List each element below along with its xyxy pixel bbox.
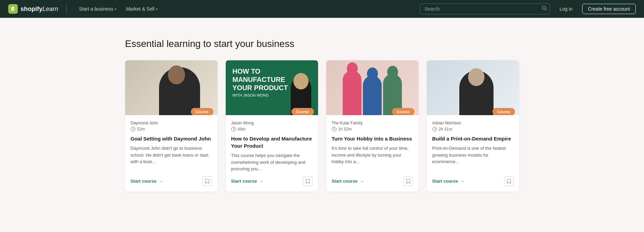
card-body-1: Daymond John 52m Goal Setting with Daymo… bbox=[125, 115, 218, 192]
clock-icon-4 bbox=[432, 127, 437, 132]
bookmark-button-2[interactable] bbox=[303, 176, 313, 186]
card-author-2: Jason Wong bbox=[231, 121, 313, 125]
card-image-2: HOW TOMANUFACTUREYOUR PRODUCT WITH JASON… bbox=[226, 60, 318, 115]
nav-market-sell-label: Market & Sell bbox=[126, 6, 154, 12]
course-card-4: Course Adrian Morrison 2h 41m Build a Pr… bbox=[427, 60, 519, 192]
arrow-right-icon-1: → bbox=[158, 179, 163, 184]
search-wrap bbox=[420, 3, 550, 14]
card-image-1: Course bbox=[125, 60, 218, 115]
start-course-label-1: Start course bbox=[131, 179, 157, 184]
bookmark-button-3[interactable] bbox=[404, 176, 413, 186]
logo-learn-word: Learn bbox=[42, 5, 58, 13]
logo-link[interactable]: shopify Learn bbox=[8, 4, 58, 14]
start-course-label-2: Start course bbox=[231, 179, 257, 184]
clock-icon-2 bbox=[231, 127, 236, 132]
main-content: Essential learning to start your busines… bbox=[117, 18, 527, 219]
card-footer-4: Start course → bbox=[432, 176, 514, 186]
cards-grid: Course Daymond John 52m Goal Setting wit… bbox=[125, 60, 519, 192]
card-desc-4: Print-on-Demand is one of the fastest gr… bbox=[432, 145, 514, 172]
navbar: shopify Learn Start a business ▾ Market … bbox=[0, 0, 644, 18]
card-title-3: Turn Your Hobby into a Business bbox=[332, 135, 413, 142]
chevron-down-icon-2: ▾ bbox=[156, 7, 158, 11]
arrow-right-icon-4: → bbox=[460, 179, 464, 184]
card-author-3: The Kular Family bbox=[332, 121, 413, 125]
card-duration-1: 52m bbox=[131, 127, 212, 132]
card-image-2-content: HOW TOMANUFACTUREYOUR PRODUCT WITH JASON… bbox=[226, 60, 318, 115]
start-course-label-4: Start course bbox=[432, 179, 458, 184]
bookmark-button-4[interactable] bbox=[504, 176, 514, 186]
course-badge-2: Course bbox=[291, 108, 314, 115]
card-body-3: The Kular Family 1h 52m Turn Your Hobby … bbox=[326, 115, 419, 192]
course-card-1: Course Daymond John 52m Goal Setting wit… bbox=[125, 60, 218, 192]
course-badge-4: Course bbox=[492, 108, 515, 115]
duration-text-1: 52m bbox=[137, 127, 145, 132]
person-head-1 bbox=[347, 62, 358, 75]
shopify-logo-icon bbox=[8, 4, 18, 14]
login-button[interactable]: Log in bbox=[555, 4, 577, 14]
arrow-right-icon-2: → bbox=[259, 179, 263, 184]
bookmark-icon-2 bbox=[306, 179, 310, 184]
course-card-2: HOW TOMANUFACTUREYOUR PRODUCT WITH JASON… bbox=[226, 60, 318, 192]
card-desc-3: It's time to take full control of your t… bbox=[332, 145, 413, 172]
duration-text-4: 2h 41m bbox=[439, 127, 452, 132]
card-duration-4: 2h 41m bbox=[432, 127, 514, 132]
card-author-4: Adrian Morrison bbox=[432, 121, 514, 125]
card-body-4: Adrian Morrison 2h 41m Build a Print-on-… bbox=[427, 115, 519, 192]
course-card-3: Course The Kular Family 1h 52m Turn Your… bbox=[326, 60, 419, 192]
course-badge-3: Course bbox=[392, 108, 415, 115]
card-image-title-text: HOW TOMANUFACTUREYOUR PRODUCT bbox=[233, 67, 288, 92]
person-image-daymond bbox=[125, 60, 218, 115]
card-footer-3: Start course → bbox=[332, 176, 413, 186]
card-body-2: Jason Wong 49m How to Develop and Manufa… bbox=[226, 115, 318, 192]
card-duration-3: 1h 52m bbox=[332, 127, 413, 132]
nav-divider bbox=[66, 4, 67, 14]
person-kular-2 bbox=[363, 76, 382, 115]
logo-text: shopify Learn bbox=[21, 5, 58, 13]
bookmark-icon-1 bbox=[205, 179, 209, 184]
persons-kular bbox=[326, 60, 419, 115]
card-desc-2: This course helps you navigate the overw… bbox=[231, 152, 313, 172]
arrow-right-icon-3: → bbox=[359, 179, 364, 184]
start-course-label-3: Start course bbox=[332, 179, 358, 184]
search-input[interactable] bbox=[420, 3, 550, 14]
search-icon bbox=[542, 5, 547, 11]
start-course-button-3[interactable]: Start course → bbox=[332, 179, 364, 184]
nav-start-business-label: Start a business bbox=[79, 6, 113, 12]
card-footer-1: Start course → bbox=[131, 176, 212, 186]
chevron-down-icon: ▾ bbox=[115, 7, 116, 11]
duration-text-2: 49m bbox=[238, 127, 246, 132]
card-image-subtitle: WITH JASON WONG bbox=[233, 93, 269, 97]
person-head-2 bbox=[367, 68, 378, 80]
clock-icon-1 bbox=[131, 127, 135, 132]
card-title-2: How to Develop and Manufacture Your Prod… bbox=[231, 135, 313, 149]
clock-icon-3 bbox=[332, 127, 337, 132]
card-duration-2: 49m bbox=[231, 127, 313, 132]
bookmark-button-1[interactable] bbox=[202, 176, 212, 186]
card-footer-2: Start course → bbox=[231, 176, 313, 186]
duration-text-3: 1h 52m bbox=[338, 127, 352, 132]
card-title-1: Goal Setting with Daymond John bbox=[131, 135, 212, 142]
create-account-button[interactable]: Create free account bbox=[582, 4, 636, 14]
card-image-3: Course bbox=[326, 60, 419, 115]
card-author-1: Daymond John bbox=[131, 121, 212, 125]
nav-links: Start a business ▾ Market & Sell ▾ bbox=[75, 4, 162, 14]
bookmark-icon-3 bbox=[406, 179, 410, 184]
nav-market-sell[interactable]: Market & Sell ▾ bbox=[122, 4, 161, 14]
card-image-4: Course bbox=[427, 60, 519, 115]
start-course-button-4[interactable]: Start course → bbox=[432, 179, 465, 184]
person-kular-1 bbox=[343, 71, 362, 115]
person-image-adrian bbox=[427, 60, 519, 115]
svg-line-1 bbox=[545, 9, 547, 11]
search-icon-button[interactable] bbox=[542, 5, 547, 12]
logo-shopify-word: shopify bbox=[21, 5, 42, 13]
card-title-4: Build a Print-on-Demand Empire bbox=[432, 135, 514, 142]
card-desc-1: Daymond John didn't go to business schoo… bbox=[131, 145, 212, 172]
bookmark-icon-4 bbox=[507, 179, 511, 184]
start-course-button-2[interactable]: Start course → bbox=[231, 179, 264, 184]
section-title: Essential learning to start your busines… bbox=[125, 38, 519, 49]
start-course-button-1[interactable]: Start course → bbox=[131, 179, 163, 184]
course-badge-1: Course bbox=[191, 108, 213, 115]
nav-start-business[interactable]: Start a business ▾ bbox=[75, 4, 120, 14]
person-head-3 bbox=[387, 66, 398, 78]
